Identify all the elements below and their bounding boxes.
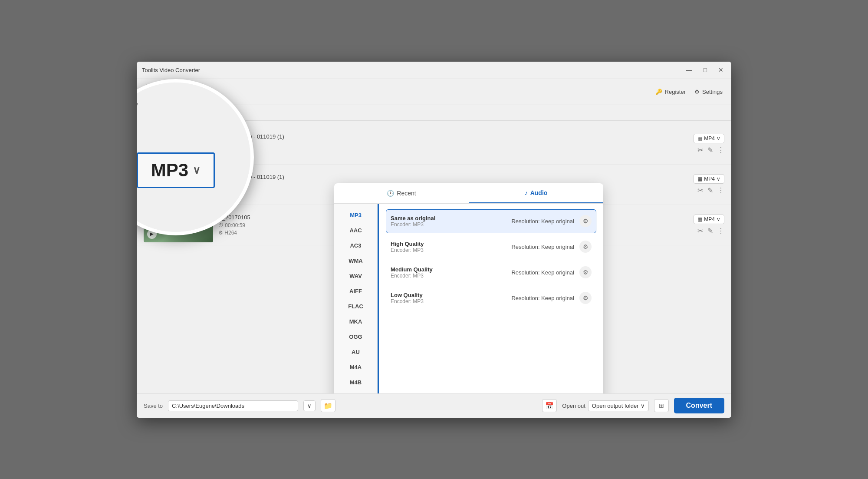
selection-indicator bbox=[378, 204, 379, 393]
quality-name: High Quality bbox=[391, 241, 511, 247]
quality-name: Same as original bbox=[391, 215, 511, 221]
tab-audio[interactable]: ♪ Audio bbox=[469, 183, 603, 203]
file-format-badge[interactable]: ▦ MP4 ∨ bbox=[694, 134, 724, 143]
key-icon: 🔑 bbox=[655, 89, 662, 95]
format-item-wav[interactable]: WAV bbox=[334, 268, 377, 284]
quality-info: Medium Quality Encoder: MP3 bbox=[391, 266, 511, 279]
format-item-m4a[interactable]: M4A bbox=[334, 360, 377, 375]
maximize-button[interactable]: □ bbox=[701, 66, 710, 74]
mag-side-chevron: ∨ bbox=[137, 100, 139, 112]
folder-button[interactable]: 📁 bbox=[321, 399, 335, 412]
save-path-input[interactable]: C:\Users\Eugene\Downloads bbox=[168, 400, 298, 411]
popup-tabs: 🕐 Recent ♪ Audio bbox=[334, 183, 603, 204]
tab-recent[interactable]: 🕐 Recent bbox=[334, 183, 469, 203]
format-item-flac[interactable]: FLAC bbox=[334, 299, 377, 314]
quality-resolution: Resolution: Keep original bbox=[511, 295, 574, 301]
quality-info: High Quality Encoder: MP3 bbox=[391, 241, 511, 253]
popup-body: MP3 AAC AC3 WMA WAV AIFF FLAC MKA OGG AU… bbox=[334, 204, 603, 393]
quality-encoder: Encoder: MP3 bbox=[391, 273, 511, 279]
format-item-wma[interactable]: WMA bbox=[334, 253, 377, 268]
calendar-button[interactable]: 📅 bbox=[542, 399, 557, 412]
action-icons: ✂ ✎ ⋮ bbox=[697, 227, 724, 235]
folder-icon: 📁 bbox=[324, 402, 332, 410]
quality-resolution: Resolution: Keep original bbox=[511, 269, 574, 276]
format-item-mp3[interactable]: MP3 bbox=[334, 208, 377, 223]
format-item-m4b[interactable]: M4B bbox=[334, 375, 377, 390]
quality-settings-button[interactable]: ⚙ bbox=[579, 215, 592, 227]
mag-chevron-icon: ∨ bbox=[193, 164, 201, 176]
format-list-wrapper: MP3 AAC AC3 WMA WAV AIFF FLAC MKA OGG AU… bbox=[334, 204, 379, 393]
open-output-section: Open out Open output folder ∨ bbox=[562, 400, 648, 411]
format-list: MP3 AAC AC3 WMA WAV AIFF FLAC MKA OGG AU… bbox=[334, 204, 378, 393]
grid-view-button[interactable]: ⊞ bbox=[654, 399, 669, 412]
format-item-m4p[interactable]: M4P bbox=[334, 390, 377, 393]
quality-name: Medium Quality bbox=[391, 266, 511, 273]
format-item-mka[interactable]: MKA bbox=[334, 314, 377, 329]
more-icon[interactable]: ⋮ bbox=[717, 227, 724, 235]
format-item-au[interactable]: AU bbox=[334, 344, 377, 360]
music-icon: ♪ bbox=[525, 189, 528, 196]
cut-icon[interactable]: ✂ bbox=[697, 146, 703, 154]
quality-name: Low Quality bbox=[391, 292, 511, 298]
format-item-aiff[interactable]: AIFF bbox=[334, 284, 377, 299]
format-label: MP4 bbox=[704, 135, 715, 142]
edit-icon[interactable]: ✎ bbox=[707, 227, 713, 235]
tab-recent-label: Recent bbox=[397, 190, 416, 197]
file-actions: ▦ MP4 ∨ ✂ ✎ ⋮ bbox=[694, 215, 724, 235]
edit-icon[interactable]: ✎ bbox=[707, 186, 713, 195]
more-icon[interactable]: ⋮ bbox=[717, 186, 724, 195]
action-icons: ✂ ✎ ⋮ bbox=[697, 146, 724, 154]
file-format-badge[interactable]: ▦ MP4 ∨ bbox=[694, 174, 724, 184]
quality-settings-button[interactable]: ⚙ bbox=[579, 241, 592, 253]
quality-encoder: Encoder: MP3 bbox=[391, 221, 511, 228]
more-icon[interactable]: ⋮ bbox=[717, 146, 724, 154]
quality-info: Low Quality Encoder: MP3 bbox=[391, 292, 511, 304]
mag-format-box[interactable]: MP3 ∨ bbox=[137, 152, 215, 188]
magnifier-circle: s ∨ MP3 ∨ bbox=[137, 79, 254, 235]
chevron-down-icon: ∨ bbox=[307, 403, 312, 409]
window-title: Toolits Video Converter bbox=[142, 67, 200, 73]
quality-option-same[interactable]: Same as original Encoder: MP3 Resolution… bbox=[386, 209, 596, 233]
cut-icon[interactable]: ✂ bbox=[697, 186, 703, 195]
path-dropdown[interactable]: ∨ bbox=[303, 400, 316, 411]
file-format-badge[interactable]: ▦ MP4 ∨ bbox=[694, 215, 724, 224]
open-folder-label: Open output folder bbox=[592, 403, 639, 409]
chevron-down-icon: ∨ bbox=[717, 135, 720, 142]
quality-settings-button[interactable]: ⚙ bbox=[579, 292, 592, 304]
toolbar-right: 🔑 Register ⚙ Settings bbox=[655, 89, 723, 95]
file-name: Untitled-1080 - 011019 (1) bbox=[218, 133, 451, 140]
file-name: Untitled-1080 - 011019 (1) bbox=[218, 174, 451, 180]
settings-label: Settings bbox=[702, 89, 723, 95]
action-icons: ✂ ✎ ⋮ bbox=[697, 186, 724, 195]
cut-icon[interactable]: ✂ bbox=[697, 227, 703, 235]
clock-icon: 🕐 bbox=[387, 190, 394, 197]
grid-icon: ▦ bbox=[697, 135, 702, 142]
settings-link[interactable]: ⚙ Settings bbox=[694, 89, 723, 95]
grid-icon: ▦ bbox=[697, 216, 702, 222]
file-actions: ▦ MP4 ∨ ✂ ✎ ⋮ bbox=[694, 174, 724, 195]
register-link[interactable]: 🔑 Register bbox=[655, 89, 686, 95]
convert-button[interactable]: Convert bbox=[674, 398, 724, 413]
bottombar: Save to C:\Users\Eugene\Downloads ∨ 📁 📅 … bbox=[137, 393, 731, 418]
chevron-down-icon: ∨ bbox=[641, 403, 645, 409]
format-item-ogg[interactable]: OGG bbox=[334, 329, 377, 344]
close-button[interactable]: ✕ bbox=[716, 66, 726, 74]
quality-encoder: Encoder: MP3 bbox=[391, 298, 511, 304]
quality-option-high[interactable]: High Quality Encoder: MP3 Resolution: Ke… bbox=[386, 235, 596, 259]
format-item-aac[interactable]: AAC bbox=[334, 223, 377, 238]
quality-settings-button[interactable]: ⚙ bbox=[579, 266, 592, 278]
open-folder-dropdown[interactable]: Open output folder ∨ bbox=[588, 400, 649, 411]
titlebar: Toolits Video Converter — □ ✕ bbox=[137, 62, 731, 79]
main-window: s ∨ MP3 ∨ Toolits Video Converter — □ ✕ … bbox=[137, 62, 731, 418]
edit-icon[interactable]: ✎ bbox=[707, 146, 713, 154]
quality-option-low[interactable]: Low Quality Encoder: MP3 Resolution: Kee… bbox=[386, 286, 596, 310]
register-label: Register bbox=[665, 89, 686, 95]
quality-option-medium[interactable]: Medium Quality Encoder: MP3 Resolution: … bbox=[386, 261, 596, 284]
format-item-ac3[interactable]: AC3 bbox=[334, 238, 377, 253]
quality-resolution: Resolution: Keep original bbox=[511, 218, 574, 225]
minimize-button[interactable]: — bbox=[684, 66, 695, 74]
save-to-label: Save to bbox=[144, 403, 163, 409]
grid-icon: ▦ bbox=[697, 176, 702, 182]
grid-icon: ⊞ bbox=[659, 402, 664, 409]
open-output-label: Open out bbox=[562, 403, 585, 409]
